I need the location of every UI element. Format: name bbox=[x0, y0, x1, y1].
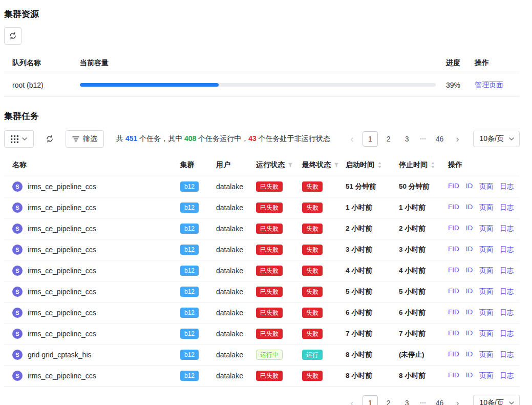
action-link-fid[interactable]: FID bbox=[448, 329, 459, 338]
page-button-1[interactable]: 1 bbox=[363, 395, 378, 405]
task-actions: FIDID页面日志 bbox=[444, 350, 520, 359]
stop-time: 2 小时前 bbox=[395, 224, 444, 233]
next-page-button[interactable]: › bbox=[451, 395, 465, 405]
final-status-badge: 失败 bbox=[302, 266, 323, 276]
filter-funnel-icon[interactable] bbox=[288, 163, 293, 168]
column-settings-button[interactable] bbox=[4, 130, 34, 148]
sort-icon[interactable] bbox=[377, 161, 382, 169]
action-link-fid[interactable]: FID bbox=[448, 203, 459, 212]
action-link-id[interactable]: ID bbox=[466, 224, 473, 233]
resources-refresh-button[interactable] bbox=[4, 27, 22, 45]
action-link-页面[interactable]: 页面 bbox=[479, 182, 493, 191]
action-link-页面[interactable]: 页面 bbox=[479, 203, 493, 212]
capacity-progress-bar bbox=[80, 83, 436, 87]
resources-section-title: 集群资源 bbox=[4, 8, 520, 20]
action-link-页面[interactable]: 页面 bbox=[479, 308, 493, 317]
action-link-id[interactable]: ID bbox=[466, 371, 473, 380]
start-time: 51 分钟前 bbox=[342, 182, 395, 191]
action-link-id[interactable]: ID bbox=[466, 329, 473, 338]
action-link-fid[interactable]: FID bbox=[448, 224, 459, 233]
start-time: 6 小时前 bbox=[342, 308, 395, 317]
manage-page-link[interactable]: 管理页面 bbox=[475, 80, 503, 89]
page-button-1[interactable]: 1 bbox=[363, 131, 378, 147]
task-actions: FIDID页面日志 bbox=[444, 329, 520, 338]
task-user: datalake bbox=[212, 225, 252, 233]
action-link-日志[interactable]: 日志 bbox=[500, 371, 514, 380]
action-link-页面[interactable]: 页面 bbox=[479, 245, 493, 254]
col-stop-time: 停止时间 bbox=[395, 160, 444, 170]
action-link-日志[interactable]: 日志 bbox=[500, 308, 514, 317]
cluster-badge: b12 bbox=[180, 371, 199, 381]
app-avatar: S bbox=[12, 245, 23, 255]
action-link-fid[interactable]: FID bbox=[448, 371, 459, 380]
action-link-页面[interactable]: 页面 bbox=[479, 350, 493, 359]
action-link-日志[interactable]: 日志 bbox=[500, 287, 514, 296]
action-link-fid[interactable]: FID bbox=[448, 266, 459, 275]
action-link-日志[interactable]: 日志 bbox=[500, 224, 514, 233]
page-button-3[interactable]: 3 bbox=[399, 131, 415, 147]
page-size-select[interactable]: 10条/页 bbox=[473, 131, 520, 147]
run-status-badge: 已失败 bbox=[256, 181, 283, 192]
action-link-fid[interactable]: FID bbox=[448, 287, 459, 296]
action-link-fid[interactable]: FID bbox=[448, 182, 459, 191]
action-link-id[interactable]: ID bbox=[466, 287, 473, 296]
final-status-badge: 失败 bbox=[302, 245, 323, 255]
action-link-id[interactable]: ID bbox=[466, 350, 473, 359]
run-status-badge: 已失败 bbox=[256, 266, 283, 276]
action-link-日志[interactable]: 日志 bbox=[500, 203, 514, 212]
tasks-refresh-button[interactable] bbox=[41, 130, 58, 148]
action-link-日志[interactable]: 日志 bbox=[500, 329, 514, 338]
resources-table-header: 队列名称 当前容量 进度 操作 bbox=[4, 53, 520, 73]
page-button-2[interactable]: 2 bbox=[381, 131, 396, 147]
action-link-fid[interactable]: FID bbox=[448, 245, 459, 254]
action-link-fid[interactable]: FID bbox=[448, 350, 459, 359]
action-link-日志[interactable]: 日志 bbox=[500, 266, 514, 275]
task-name: grid grid_cptask_his bbox=[28, 351, 92, 359]
running-count: 408 bbox=[184, 134, 196, 143]
prev-page-button[interactable]: ‹ bbox=[345, 131, 359, 147]
action-link-id[interactable]: ID bbox=[466, 266, 473, 275]
filter-funnel-icon[interactable] bbox=[334, 163, 339, 168]
page-size-select[interactable]: 10条/页 bbox=[473, 395, 520, 405]
task-row: S irms_ce_pipeline_ccs b12 datalake 已失败 … bbox=[4, 366, 520, 387]
page-button-46[interactable]: 46 bbox=[432, 131, 448, 147]
action-link-id[interactable]: ID bbox=[466, 308, 473, 317]
action-link-页面[interactable]: 页面 bbox=[479, 287, 493, 296]
prev-page-button[interactable]: ‹ bbox=[345, 395, 359, 405]
action-link-日志[interactable]: 日志 bbox=[500, 350, 514, 359]
tasks-summary: 共 451 个任务，其中 408 个任务运行中，43 个任务处于非运行状态 bbox=[116, 134, 330, 144]
tasks-table-header: 名称 集群 用户 运行状态 最终状态 启动时间 bbox=[4, 154, 520, 176]
col-actions: 操作 bbox=[444, 160, 520, 170]
run-status-badge: 已失败 bbox=[256, 245, 283, 255]
filter-button[interactable]: 筛选 bbox=[66, 130, 104, 148]
start-time: 5 小时前 bbox=[342, 287, 395, 296]
run-status-badge: 已失败 bbox=[256, 371, 283, 381]
action-link-id[interactable]: ID bbox=[466, 245, 473, 254]
action-link-fid[interactable]: FID bbox=[448, 308, 459, 317]
page-button-2[interactable]: 2 bbox=[381, 395, 396, 405]
page-button-3[interactable]: 3 bbox=[399, 395, 415, 405]
action-link-页面[interactable]: 页面 bbox=[479, 266, 493, 275]
final-status-badge: 失败 bbox=[302, 329, 323, 339]
stop-time: 7 小时前 bbox=[395, 329, 444, 338]
final-status-badge: 失败 bbox=[302, 202, 323, 213]
tasks-toolbar: 筛选 共 451 个任务，其中 408 个任务运行中，43 个任务处于非运行状态… bbox=[4, 130, 520, 148]
task-actions: FIDID页面日志 bbox=[444, 266, 520, 275]
queue-name: root (b12) bbox=[4, 81, 76, 89]
next-page-button[interactable]: › bbox=[451, 131, 465, 147]
pagination-bar: ‹123•••46›10条/页 bbox=[345, 131, 520, 147]
sort-icon[interactable] bbox=[431, 161, 435, 169]
action-link-id[interactable]: ID bbox=[466, 182, 473, 191]
task-user: datalake bbox=[212, 267, 252, 275]
action-link-日志[interactable]: 日志 bbox=[500, 245, 514, 254]
page-button-46[interactable]: 46 bbox=[432, 395, 448, 405]
action-link-id[interactable]: ID bbox=[466, 203, 473, 212]
final-status-badge: 失败 bbox=[302, 224, 323, 234]
action-link-页面[interactable]: 页面 bbox=[479, 371, 493, 380]
action-link-页面[interactable]: 页面 bbox=[479, 329, 493, 338]
action-link-页面[interactable]: 页面 bbox=[479, 224, 493, 233]
action-link-日志[interactable]: 日志 bbox=[500, 182, 514, 191]
task-name: irms_ce_pipeline_ccs bbox=[28, 309, 96, 317]
task-user: datalake bbox=[212, 246, 252, 254]
stop-time: 8 小时前 bbox=[395, 371, 444, 380]
